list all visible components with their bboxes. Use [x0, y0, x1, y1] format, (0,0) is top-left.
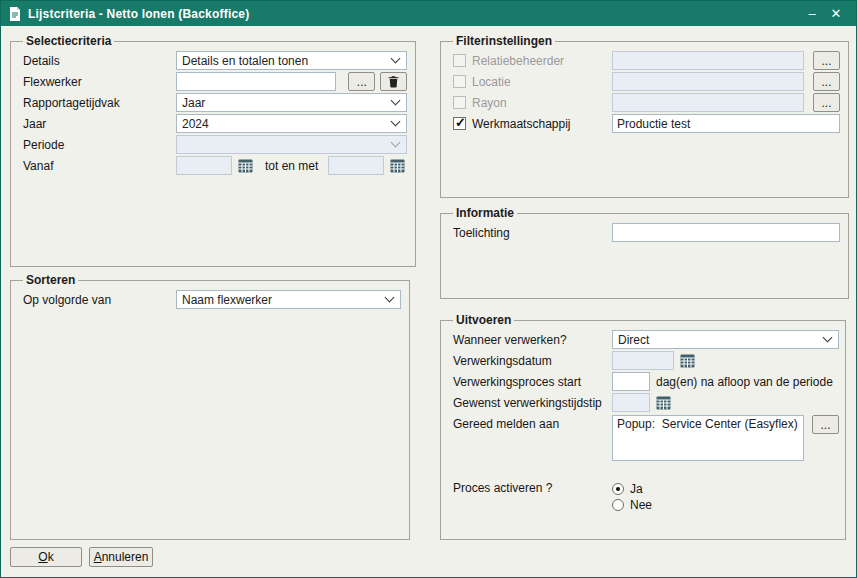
details-select[interactable]: Details en totalen tonen: [176, 51, 407, 70]
chevron-down-icon: [823, 333, 833, 343]
proces-start-input[interactable]: [612, 372, 650, 391]
close-button[interactable]: ✕: [824, 1, 848, 26]
periode-label: Periode: [23, 138, 176, 152]
filter-row-relatiebeheerder: Relatiebeheerder ...: [453, 51, 840, 70]
trash-icon: [387, 75, 400, 88]
toelichting-input[interactable]: [612, 223, 840, 242]
wanneer-value: Direct: [618, 333, 819, 347]
ok-button-label: Ok: [11, 550, 81, 564]
locatie-label: Locatie: [472, 75, 612, 89]
details-value: Details en totalen tonen: [182, 54, 387, 68]
tijdstip-row: Gewenst verwerkingstijdstip: [453, 393, 839, 412]
vanaf-row: Vanaf tot en met: [23, 156, 407, 175]
radio-ja-option[interactable]: Ja: [612, 481, 652, 497]
rapportagetijdvak-row: Rapportagetijdvak Jaar: [23, 93, 407, 112]
werkmaatschappij-checkbox[interactable]: [453, 117, 466, 130]
filter-row-locatie: Locatie ...: [453, 72, 840, 91]
vanaf-from-input: [176, 156, 232, 175]
wanneer-label: Wanneer verwerken?: [453, 333, 612, 347]
window-title: Lijstcriteria - Netto lonen (Backoffice): [28, 7, 800, 21]
rapportagetijdvak-value: Jaar: [182, 96, 387, 110]
relatiebeheerder-label: Relatiebeheerder: [472, 54, 612, 68]
chevron-down-icon: [391, 117, 401, 127]
verwerkingsdatum-input: [612, 351, 674, 370]
op-volgorde-row: Op volgorde van Naam flexwerker: [23, 290, 401, 309]
flexwerker-label: Flexwerker: [23, 75, 176, 89]
op-volgorde-value: Naam flexwerker: [182, 293, 381, 307]
titlebar: Lijstcriteria - Netto lonen (Backoffice)…: [1, 1, 856, 26]
group-informatie-legend: Informatie: [453, 206, 517, 220]
werkmaatschappij-label: Werkmaatschappij: [472, 117, 612, 131]
verwerkingsdatum-label: Verwerkingsdatum: [453, 354, 612, 368]
filter-row-rayon: Rayon ...: [453, 93, 840, 112]
locatie-input: [612, 72, 804, 91]
details-row: Details Details en totalen tonen: [23, 51, 407, 70]
chevron-down-icon: [391, 138, 401, 148]
tijdstip-calendar-button[interactable]: [654, 393, 673, 412]
flexwerker-delete-button[interactable]: [380, 72, 407, 91]
chevron-down-icon: [391, 54, 401, 64]
periode-row: Periode: [23, 135, 407, 154]
ok-button[interactable]: Ok: [10, 547, 82, 567]
group-uitvoeren: Uitvoeren Wanneer verwerken? Direct Verw…: [440, 313, 846, 540]
jaar-select[interactable]: 2024: [176, 114, 407, 133]
document-icon: [9, 7, 21, 21]
vanaf-separator-label: tot en met: [265, 159, 318, 173]
proces-start-suffix-label: dag(en) na afloop van de periode: [656, 375, 833, 389]
group-selectiecriteria: Selectiecriteria Details Details en tota…: [10, 34, 416, 267]
vanaf-to-input: [328, 156, 384, 175]
proces-activeren-label: Proces activeren ?: [453, 481, 612, 495]
proces-start-label: Verwerkingsproces start: [453, 375, 612, 389]
periode-select: [176, 135, 407, 154]
vanaf-from-calendar-button[interactable]: [236, 156, 255, 175]
chevron-down-icon: [385, 293, 395, 303]
wanneer-select[interactable]: Direct: [612, 330, 839, 349]
gereed-row: Gereed melden aan Popup: Service Center …: [453, 415, 839, 461]
rapportagetijdvak-label: Rapportagetijdvak: [23, 96, 176, 110]
tijdstip-input: [612, 393, 650, 412]
group-sorteren: Sorteren Op volgorde van Naam flexwerker: [10, 273, 410, 540]
gereed-listbox[interactable]: Popup: Service Center (Easyflex): [612, 415, 804, 461]
werkmaatschappij-input[interactable]: [612, 114, 840, 133]
vanaf-to-calendar-button[interactable]: [388, 156, 407, 175]
op-volgorde-label: Op volgorde van: [23, 293, 176, 307]
tijdstip-label: Gewenst verwerkingstijdstip: [453, 396, 612, 410]
annuleren-button-label: Annuleren: [90, 550, 152, 564]
flexwerker-browse-button[interactable]: ...: [348, 72, 375, 91]
annuleren-button[interactable]: Annuleren: [89, 547, 153, 567]
radio-nee-label: Nee: [630, 498, 652, 512]
flexwerker-input[interactable]: [176, 72, 336, 91]
relatiebeheerder-browse-button[interactable]: ...: [813, 51, 840, 70]
toelichting-row: Toelichting: [453, 223, 840, 242]
group-sorteren-legend: Sorteren: [23, 273, 78, 287]
group-uitvoeren-legend: Uitvoeren: [453, 313, 514, 327]
rayon-label: Rayon: [472, 96, 612, 110]
dialog-window: Lijstcriteria - Netto lonen (Backoffice)…: [0, 0, 857, 578]
radio-ja[interactable]: [612, 483, 624, 495]
gereed-label: Gereed melden aan: [453, 415, 612, 431]
group-filterinstellingen: Filterinstellingen Relatiebeheerder ... …: [440, 34, 849, 198]
group-selectiecriteria-legend: Selectiecriteria: [23, 34, 114, 48]
proces-activeren-radiogroup: Ja Nee: [612, 481, 652, 513]
gereed-browse-button[interactable]: ...: [812, 415, 839, 434]
rayon-browse-button[interactable]: ...: [813, 93, 840, 112]
rayon-input: [612, 93, 804, 112]
radio-ja-label: Ja: [630, 482, 643, 496]
jaar-row: Jaar 2024: [23, 114, 407, 133]
spacer: [453, 461, 839, 479]
jaar-label: Jaar: [23, 117, 176, 131]
relatiebeheerder-checkbox: [453, 54, 466, 67]
vanaf-label: Vanaf: [23, 159, 176, 173]
radio-nee-option[interactable]: Nee: [612, 497, 652, 513]
verwerkingsdatum-row: Verwerkingsdatum: [453, 351, 839, 370]
proces-activeren-row: Proces activeren ? Ja Nee: [453, 481, 839, 513]
radio-nee[interactable]: [612, 499, 624, 511]
verwerkingsdatum-calendar-button[interactable]: [678, 351, 697, 370]
minimize-button[interactable]: –: [800, 1, 824, 26]
toelichting-label: Toelichting: [453, 226, 612, 240]
rapportagetijdvak-select[interactable]: Jaar: [176, 93, 407, 112]
locatie-browse-button[interactable]: ...: [813, 72, 840, 91]
filter-row-werkmaatschappij: Werkmaatschappij: [453, 114, 840, 133]
wanneer-row: Wanneer verwerken? Direct: [453, 330, 839, 349]
op-volgorde-select[interactable]: Naam flexwerker: [176, 290, 401, 309]
